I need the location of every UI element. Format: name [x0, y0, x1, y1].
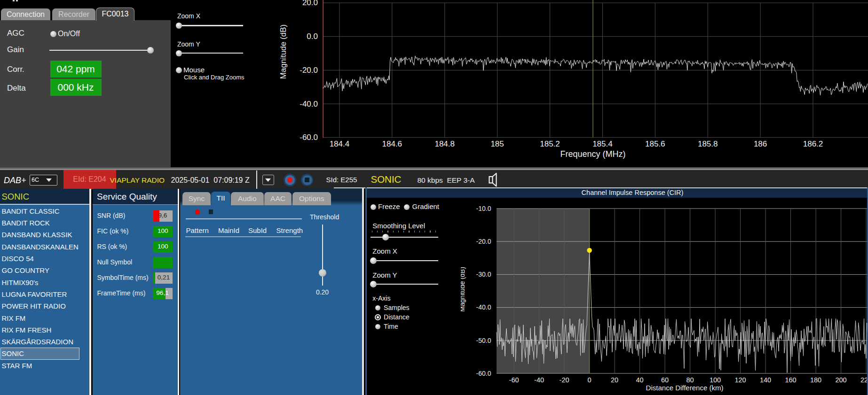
svg-text:-10.0: -10.0	[476, 205, 491, 212]
svg-text:120: 120	[734, 376, 746, 384]
svg-text:184.4: 184.4	[330, 139, 350, 148]
svg-text:-20: -20	[560, 376, 569, 384]
svg-text:184.8: 184.8	[434, 139, 455, 148]
svg-text:160: 160	[785, 376, 796, 384]
svg-text:-20.0: -20.0	[476, 238, 491, 245]
svg-text:0: 0	[588, 376, 592, 384]
svg-text:185.8: 185.8	[698, 139, 718, 148]
svg-text:200: 200	[835, 376, 846, 384]
svg-text:-20.0: -20.0	[300, 66, 318, 75]
svg-text:40: 40	[636, 376, 644, 384]
svg-text:140: 140	[760, 376, 771, 384]
svg-text:-60: -60	[509, 376, 519, 384]
svg-text:20: 20	[611, 376, 618, 384]
svg-text:186.2: 186.2	[803, 139, 823, 148]
svg-text:185: 185	[490, 139, 504, 148]
svg-text:184.6: 184.6	[382, 139, 402, 148]
svg-text:0.0: 0.0	[307, 32, 318, 41]
svg-text:-60.0: -60.0	[476, 370, 491, 377]
svg-text:80: 80	[687, 376, 694, 384]
svg-text:180: 180	[810, 376, 821, 384]
svg-text:100: 100	[710, 376, 721, 384]
svg-text:Distance Difference (km): Distance Difference (km)	[646, 384, 724, 392]
svg-text:-30.0: -30.0	[476, 271, 491, 278]
svg-text:Frequency (MHz): Frequency (MHz)	[560, 149, 625, 159]
svg-text:-60.0: -60.0	[300, 133, 318, 142]
svg-text:Magnitude (dB): Magnitude (dB)	[461, 267, 466, 312]
svg-text:-40.0: -40.0	[300, 100, 318, 108]
svg-text:185.6: 185.6	[645, 139, 665, 148]
svg-text:185.2: 185.2	[540, 139, 560, 148]
svg-text:20.0: 20.0	[302, 0, 318, 7]
svg-text:-50.0: -50.0	[476, 337, 491, 344]
svg-text:60: 60	[661, 376, 669, 384]
svg-text:-40.0: -40.0	[476, 303, 491, 311]
svg-text:-40: -40	[534, 376, 544, 384]
svg-text:186: 186	[754, 139, 767, 148]
svg-text:Magnitude (dB): Magnitude (dB)	[279, 24, 288, 79]
svg-text:185.4: 185.4	[592, 139, 613, 148]
